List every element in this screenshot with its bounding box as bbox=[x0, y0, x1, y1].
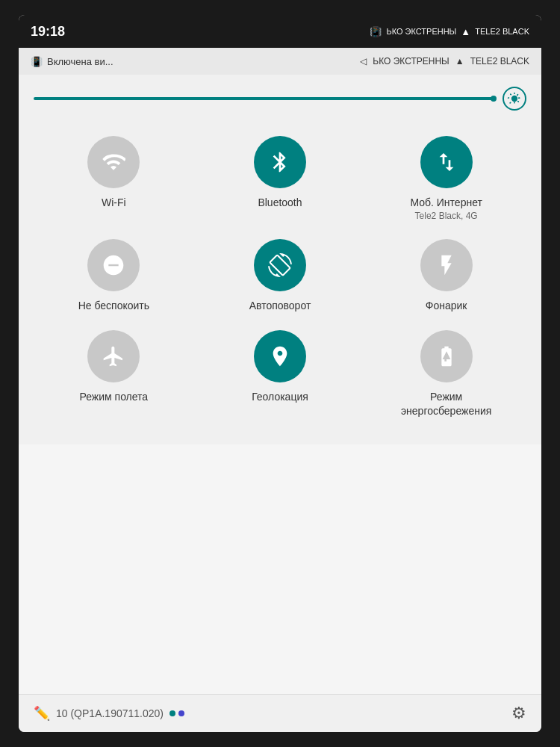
dot-teal bbox=[169, 710, 175, 716]
mobile-data-label: Моб. Интернет bbox=[410, 196, 482, 209]
bottom-bar: ✏️ 10 (QP1A.190711.020) ⚙ bbox=[19, 694, 541, 732]
signal-notif-icon: ◁ bbox=[360, 56, 367, 66]
mobile-data-sublabel: Tele2 Black, 4G bbox=[415, 211, 478, 221]
build-info: ✏️ 10 (QP1A.190711.020) bbox=[34, 705, 184, 722]
airplane-label: Режим полета bbox=[80, 390, 149, 403]
flashlight-label: Фонарик bbox=[426, 299, 467, 312]
wifi-label: Wi-Fi bbox=[102, 196, 126, 209]
mobile-data-icon-circle bbox=[420, 136, 473, 188]
bluetooth-label: Bluetooth bbox=[258, 196, 302, 209]
tile-autorotate[interactable]: Автоповорот bbox=[224, 233, 336, 318]
flashlight-icon-circle bbox=[420, 239, 473, 291]
tile-flashlight[interactable]: Фонарик bbox=[391, 233, 503, 318]
tiles-row-1: Wi-Fi Bluetooth Моб. Интернет bbox=[31, 130, 529, 227]
phone-screen: 19:18 📳 ЬКО ЭКСТРЕННЫ ▲ TELE2 BLACK 📳 Вк… bbox=[19, 15, 541, 732]
battery-saver-label: Режим энергосбережения bbox=[396, 390, 497, 417]
status-time: 19:18 bbox=[31, 24, 65, 40]
tile-location[interactable]: Геолокация bbox=[224, 324, 336, 423]
bluetooth-icon-circle bbox=[254, 136, 306, 188]
build-text: 10 (QP1A.190711.020) bbox=[56, 707, 164, 719]
dot-blue bbox=[178, 710, 184, 716]
build-dots bbox=[169, 710, 184, 716]
settings-gear-icon[interactable]: ⚙ bbox=[511, 704, 526, 723]
dnd-label: Не беспокоить bbox=[78, 299, 149, 312]
tile-bluetooth[interactable]: Bluetooth bbox=[224, 130, 336, 227]
notif-network2: TELE2 BLACK bbox=[470, 56, 529, 66]
pencil-icon: ✏️ bbox=[34, 705, 50, 722]
location-label: Геолокация bbox=[252, 390, 308, 403]
status-icons: 📳 ЬКО ЭКСТРЕННЫ ▲ TELE2 BLACK bbox=[370, 26, 529, 37]
airplane-icon-circle bbox=[87, 330, 140, 382]
wifi-icon-circle bbox=[87, 136, 140, 188]
tile-mobile-data[interactable]: Моб. Интернет Tele2 Black, 4G bbox=[391, 130, 503, 227]
notif-text: Включена ви... bbox=[47, 56, 113, 67]
notif-network1: ЬКО ЭКСТРЕННЫ bbox=[373, 56, 449, 66]
network1-text: ЬКО ЭКСТРЕННЫ bbox=[386, 27, 456, 36]
autorotate-label: Автоповорот bbox=[249, 299, 311, 312]
signal1-icon: ▲ bbox=[461, 26, 470, 37]
vibrate-notif-icon: 📳 bbox=[31, 56, 43, 67]
tiles-container: Wi-Fi Bluetooth Моб. Интернет bbox=[19, 123, 541, 444]
dnd-icon-circle bbox=[87, 239, 140, 291]
tile-dnd[interactable]: Не беспокоить bbox=[57, 233, 169, 318]
notification-bar: 📳 Включена ви... ◁ ЬКО ЭКСТРЕННЫ ▲ TELE2… bbox=[19, 48, 541, 75]
notif-left: 📳 Включена ви... bbox=[31, 56, 113, 67]
tiles-row-2: Не беспокоить Автоповорот Фонарик bbox=[31, 233, 529, 318]
network2-text: TELE2 BLACK bbox=[475, 27, 529, 36]
tiles-row-3: Режим полета Геолокация Режим энер bbox=[31, 324, 529, 423]
brightness-track[interactable] bbox=[34, 97, 495, 100]
brightness-section[interactable] bbox=[19, 75, 541, 123]
tile-airplane[interactable]: Режим полета bbox=[57, 324, 169, 423]
location-icon-circle bbox=[254, 330, 306, 382]
status-bar: 19:18 📳 ЬКО ЭКСТРЕННЫ ▲ TELE2 BLACK bbox=[19, 15, 541, 48]
vibrate-icon: 📳 bbox=[370, 26, 382, 37]
brightness-icon[interactable] bbox=[503, 87, 526, 111]
notif-right: ◁ ЬКО ЭКСТРЕННЫ ▲ TELE2 BLACK bbox=[360, 56, 529, 66]
autorotate-icon-circle bbox=[254, 239, 306, 291]
tile-wifi[interactable]: Wi-Fi bbox=[57, 130, 169, 227]
tile-battery-saver[interactable]: Режим энергосбережения bbox=[391, 324, 503, 423]
signal2-notif-icon: ▲ bbox=[455, 56, 464, 66]
battery-saver-icon-circle bbox=[420, 330, 473, 382]
